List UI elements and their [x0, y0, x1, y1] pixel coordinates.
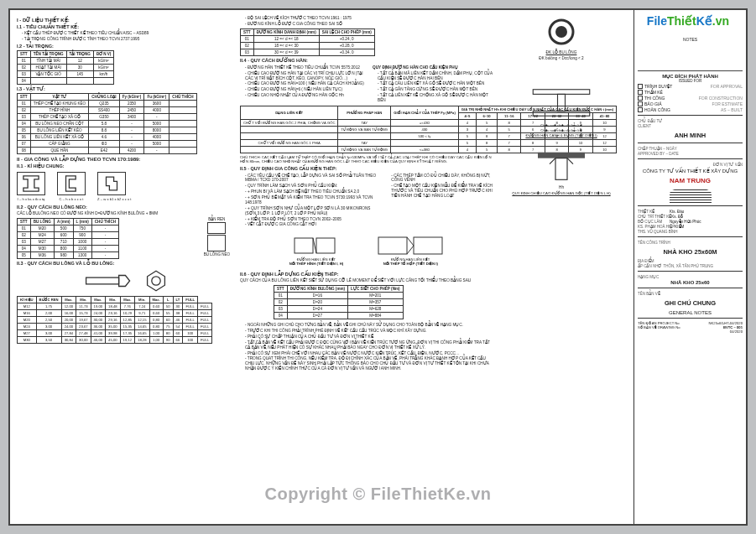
table-row: 0112 =< d =< 18+0.24, 0	[241, 35, 375, 42]
issued-row: THẨM KÉ	[638, 90, 743, 95]
list-item: CHIỀU CAO ĐƯỜNG HÀN=6 ( NẾU HÀN LIÊN TỤC…	[245, 87, 366, 92]
addr-line: ẤP CẦN NHƠ THÔN, XÃ TÂN PHÚ TRUNG	[638, 264, 743, 268]
list-item: TẤT CẢ GÂN TĂNG CỨNG SẼ ĐƯỢC HÀN MỘT BÊN	[378, 87, 493, 92]
table-row: 06BU LÔNG LIÊN KẾT XÀ GỒ4.6-4000	[18, 133, 197, 140]
table-header: Max.	[149, 296, 163, 303]
table-header: STT	[18, 50, 31, 57]
table-row: 02HOẠT TẢI MÁI30kG/m²	[18, 64, 114, 70]
table-row: 0218 =< d =< 30+0.28, 0	[241, 42, 375, 49]
svg-rect-12	[558, 94, 566, 111]
table-header: L (mm)	[73, 218, 91, 225]
svg-rect-6	[378, 237, 407, 254]
splice-right-cap: NỐI THÉP TỔ HỢP (TIẾT DIỆN I)	[377, 262, 444, 266]
table-hole-tolerance: STTĐƯỜNG KÍNH DANH ĐỊNH (mm)SAI LỆCH CHO…	[240, 29, 375, 56]
sec-ii1: II.1 - KÍ HIỆU CHUNG:	[17, 163, 233, 168]
table-loads: STTTÊN TẢI TRỌNGTẢI TRỌNGĐƠN VỊ01TĨNH TẢ…	[17, 50, 114, 85]
weld-note: CHÚ THÍCH: CÁC KẾT CẤU LÀM TỪ THÉP CÓ GI…	[240, 155, 493, 164]
c-section-icon	[57, 172, 86, 195]
ii2-note: CÁC LỖ BULÔNG NEO CÓ ĐƯỜNG KÍNH D=ĐƯỜNG …	[17, 211, 233, 216]
svg-rect-10	[533, 90, 590, 95]
list-item: TẤT CẢ BẢN MÃ LIÊN KẾT DẦM CHÍNH, DẦM PH…	[378, 71, 493, 81]
list-item: + KIỂM TRA ĐỘ PHỦ SƠN THEO TCVN 2002–200…	[245, 217, 378, 222]
table-row: 02M24600900-	[18, 231, 119, 238]
table-row: 07CÁP GIẰNGΦ3-5000	[18, 140, 197, 147]
list-item: CHIỀU CAO ĐƯỜNG HÀN TẠI CÁC VỊ TRÍ CHỊU …	[245, 71, 366, 81]
notes-label: NOTES	[638, 37, 743, 42]
table-row: M162,0016,0015,7324,0023,1610,299,710,60…	[18, 309, 212, 316]
hh-label: Hh	[498, 185, 624, 190]
flange-web-icon	[524, 84, 599, 122]
dwg-name: GHI CHÚ CHUNG	[638, 299, 743, 307]
table-row: 01TĨNH TẢI MÁI12kG/m²	[18, 57, 114, 64]
svg-point-9	[555, 26, 567, 38]
table-row: M121,7512,0011,7319,0018,487,767,240,605…	[18, 303, 212, 309]
table-header: A (mm)	[54, 218, 73, 225]
table-header: STT	[274, 286, 288, 293]
list-item: KẾT CẤU THÉP ĐƯỢC THIẾT KẾ THEO TIÊU CHU…	[22, 31, 233, 36]
list-item: TẤT CẢ BẢN VẼ KẾT CẤU PHẢI ĐƯỢC ĐỌC CÙNG…	[245, 340, 493, 350]
table-row: M273,0027,8427,4841,0039,9817,3516,651,0…	[18, 329, 212, 336]
person-row: THIẾT KẾKts. Đào	[638, 210, 743, 214]
table-anchor-bolts: STTBU LÔNGA (mm)L (mm)CHÚ THÍCH01M205007…	[17, 218, 119, 259]
sheet-date: 04/2020	[692, 329, 743, 334]
list-item: TẢI TRỌNG CÔNG TRÌNH ĐƯỢC TÍNH THEO TCVN…	[22, 37, 233, 42]
issued-row: HOÀN CÔNGAS – BUILT	[638, 107, 743, 112]
dwg-sub: GENERAL NOTES	[638, 310, 743, 315]
list-item: + PHUN BI VÀ LÀM SẠCH BỀ MẶT THEO TIÊU C…	[245, 189, 378, 194]
table-header: Max.	[61, 296, 76, 303]
weld-len-1: Chiều suốt chiều dài bản kết	[498, 123, 624, 127]
table-header: ĐƯỜNG KÍNH DANH ĐỊNH (mm)	[253, 29, 319, 35]
consult-brand: NAM TRUNG	[638, 177, 743, 184]
table-row: 04D=27M=884	[274, 313, 404, 319]
table-bolt-specs: KÍ HIỆUBƯỚC RENMax.Min.Max.Min.Max.Min.M…	[17, 296, 212, 344]
list-item: PHẢI CÓ SỰ XEM PHÁI CHẾ VỚI NHAU CÁC BẢN…	[245, 351, 493, 356]
table-header: Max.	[120, 296, 134, 303]
table-header: FULL	[183, 296, 198, 303]
table-header: Fu (kG/m²)	[144, 93, 169, 100]
splice-left-cap: NỐI THÉP HÌNH (TIẾT DIỆN I, H)	[289, 262, 344, 266]
approved-en: APPROVED BY – DATE	[638, 152, 743, 156]
sec-i3: I.3 - VẬT TƯ:	[17, 86, 233, 91]
splice-diagrams: ĐƯỜNG HÀN LIÊN KẾT NỐI THÉP HÌNH (TIẾT D…	[240, 231, 493, 269]
dwg-label: TÊN BẢN VẼ	[638, 292, 743, 296]
table-header: ĐƯỜNG KÍNH BULÔNG (mm)	[287, 286, 347, 293]
table-header: STT	[18, 93, 31, 100]
table-torque: STTĐƯỜNG KÍNH BULÔNG (mm)LỰC SIẾT CHO PH…	[274, 285, 404, 319]
list-item: + SƠN PHỦ BỀ MẶT VÀ KIỂM TRA THEO TCVN 5…	[245, 195, 378, 205]
drawing-area: I - DỮ LIỆU THIẾT KẾ: I.1 - TIÊU CHUẨN T…	[10, 10, 633, 524]
table-materials: STTVẬT TƯCHỦNG LOẠIFy (kG/m²)Fu (kG/m²)C…	[17, 93, 197, 154]
table-header: Min.	[135, 296, 149, 303]
list-item: CHIỀU CAO ĐƯỜNG HÀN=100 ( NẾU HÀN CẢ CÁC…	[245, 81, 366, 86]
checkbox-icon	[638, 107, 643, 112]
table-row: M303,5030,8430,0046,0045,0019,1218,281,0…	[18, 336, 212, 343]
table-header: ĐƠN VỊ	[93, 50, 113, 57]
sec-ii5: II.5 - QUY ĐỊNH GIA CÔNG CẤU KIỆN THÉP:	[240, 166, 493, 171]
client-name: ANH MINH	[638, 132, 743, 139]
table-header: CHÚ THÍCH	[169, 93, 196, 100]
table-row: 03M277101000-	[18, 238, 119, 245]
fillet-weld-icon	[532, 148, 591, 184]
list-item: CÁC THÉP TẤM CÓ ĐỦ CHIỀU DÀY, KHÔNG BỊ N…	[391, 174, 493, 184]
table-header: Fy (kG/m²)	[119, 93, 144, 100]
table-row: 0330 =< d =< 39+0.34, 0	[241, 49, 375, 55]
issued-row: TRÌNH DUYỆTFOR APPROVAL	[638, 84, 743, 89]
list-item: TRƯỚC KHI THI CÔNG PHẢI TRÌNH PHÉ ĐỊNH V…	[245, 329, 493, 334]
list-item: ĐƯỜNG KÍNH LỖ ĐƯỢC GIA CÔNG THEO SAI SỐ	[245, 22, 493, 27]
bolt-drawing-icon	[17, 268, 233, 293]
table-header: CHỦNG LOẠI	[89, 93, 119, 100]
list-item: TẤT CẢ CÁU LIÊN KẾT XÀ GỒ SẼ ĐƯỢC HÀN MỘ…	[378, 81, 493, 86]
bolt-hole-icon	[545, 15, 578, 49]
flange-web-cap: ĐƯỜNG HÀN CÁNH & BỤNG (TIẾT DIỆN I)	[498, 133, 624, 137]
section-symbols: I – h x bs x tb x tq C – h x b x c x t Z…	[17, 172, 233, 201]
sec-i2: I.2 - TẢI TRỌNG:	[17, 44, 233, 49]
table-row: 04M308001100-	[18, 245, 119, 251]
table-row: 03THÉP CHẾ TẠO XÀ GỒG3503400-	[18, 113, 197, 120]
table-row: 02D=20M=357	[274, 299, 404, 306]
z-section-icon	[97, 172, 126, 195]
table-header: SAI LỆCH CHO PHÉP (mm)	[319, 29, 374, 35]
table-row: 08QUE HÀNE424200-	[18, 147, 197, 153]
person-row: BỐ CỤC LÀMNguyễn Hữu Phúc	[638, 220, 743, 224]
table-header: VẬT TƯ	[30, 93, 89, 100]
table-row: 03VẬN TỐC GIÓ145km/h	[18, 70, 114, 77]
client-label-en: CLIENT	[638, 124, 743, 128]
